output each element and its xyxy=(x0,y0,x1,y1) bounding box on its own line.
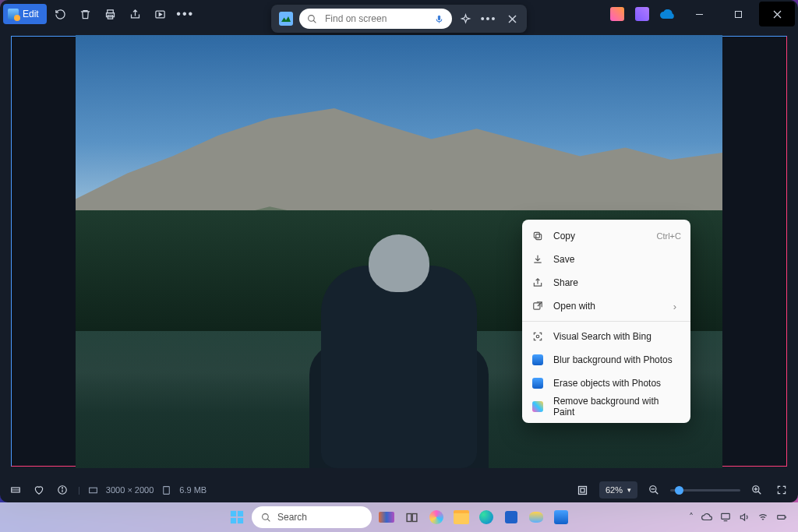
context-menu-separator xyxy=(522,321,690,322)
edit-image-icon xyxy=(8,9,19,19)
taskbar-edge-icon[interactable] xyxy=(476,507,496,527)
fullscreen-button[interactable] xyxy=(773,481,790,499)
photos-app-icon xyxy=(531,377,544,389)
close-button[interactable] xyxy=(759,2,795,26)
context-menu-save[interactable]: Save xyxy=(522,248,690,271)
find-on-screen-search[interactable] xyxy=(299,9,452,29)
svg-rect-14 xyxy=(534,232,539,238)
zoom-in-button[interactable] xyxy=(748,481,765,499)
svg-point-8 xyxy=(309,15,315,21)
zoom-out-button[interactable] xyxy=(645,481,662,499)
find-on-screen-input[interactable] xyxy=(323,12,428,25)
context-menu-label: Share xyxy=(553,277,681,288)
svg-rect-22 xyxy=(89,488,97,493)
save-icon xyxy=(531,253,544,266)
close-find-bar-button[interactable] xyxy=(502,9,522,29)
context-menu-label: Remove background with Paint xyxy=(553,396,681,417)
rotate-button[interactable] xyxy=(50,3,72,25)
search-icon xyxy=(307,14,317,24)
zoom-slider[interactable] xyxy=(670,489,740,491)
zoom-level-dropdown[interactable]: 62% ▾ xyxy=(599,481,637,499)
maximize-button[interactable] xyxy=(720,2,756,26)
status-bar: | 3000 × 2000 6.9 MB 62% ▾ xyxy=(0,477,798,502)
taskbar-taskview-icon[interactable] xyxy=(401,507,422,527)
dimensions-icon xyxy=(88,485,98,495)
svg-rect-39 xyxy=(407,513,411,521)
zoom-slider-thumb[interactable] xyxy=(675,486,683,495)
tray-wifi-icon[interactable] xyxy=(757,512,768,523)
context-menu-shortcut: Ctrl+C xyxy=(657,231,681,241)
context-menu-visual-search[interactable]: Visual Search with Bing xyxy=(522,325,690,348)
svg-rect-34 xyxy=(238,511,243,516)
taskbar-store-icon[interactable] xyxy=(501,507,521,527)
share-icon xyxy=(531,277,544,289)
minimize-button[interactable] xyxy=(681,2,717,26)
context-menu-label: Copy xyxy=(553,231,648,241)
context-menu-erase-objects[interactable]: Erase objects with Photos xyxy=(522,372,690,395)
svg-line-27 xyxy=(655,491,659,495)
tray-volume-icon[interactable] xyxy=(739,512,750,523)
favorite-button[interactable] xyxy=(31,482,47,498)
photos-app-window: Edit ••• xyxy=(0,0,798,502)
context-menu-label: Save xyxy=(553,254,681,265)
chevron-right-icon: › xyxy=(669,300,681,312)
svg-rect-40 xyxy=(412,513,417,521)
onedrive-icon[interactable] xyxy=(656,3,678,25)
delete-button[interactable] xyxy=(75,3,97,25)
more-icon[interactable]: ••• xyxy=(478,9,499,29)
context-menu-label: Erase objects with Photos xyxy=(553,378,681,389)
visual-search-icon xyxy=(531,330,544,343)
svg-line-9 xyxy=(313,20,316,23)
svg-point-21 xyxy=(62,488,63,488)
context-menu-copy[interactable]: Copy Ctrl+C xyxy=(522,224,690,248)
svg-point-37 xyxy=(263,513,269,520)
svg-rect-33 xyxy=(231,511,236,516)
context-menu: Copy Ctrl+C Save Share Open with › Visua… xyxy=(522,220,690,423)
designer-icon[interactable] xyxy=(631,3,653,25)
context-menu-label: Visual Search with Bing xyxy=(553,331,681,342)
clipchamp-icon[interactable] xyxy=(606,3,628,25)
taskbar-explorer-icon[interactable] xyxy=(451,507,471,527)
filmstrip-toggle-button[interactable] xyxy=(8,482,23,498)
taskbar-copilot-icon[interactable] xyxy=(426,507,447,527)
edit-button[interactable]: Edit xyxy=(3,4,47,24)
context-menu-remove-background[interactable]: Remove background with Paint xyxy=(522,395,690,418)
svg-rect-41 xyxy=(722,513,730,519)
start-button[interactable] xyxy=(227,507,247,527)
context-menu-share[interactable]: Share xyxy=(522,271,690,294)
taskbar-weather-icon[interactable] xyxy=(526,507,546,527)
screen-snip-icon[interactable] xyxy=(276,9,296,29)
context-menu-blur-background[interactable]: Blur background with Photos xyxy=(522,348,690,372)
tray-battery-icon[interactable] xyxy=(776,512,787,523)
windows-taskbar: Search ˄ xyxy=(0,502,798,532)
svg-line-38 xyxy=(267,519,270,521)
svg-rect-25 xyxy=(581,488,584,492)
context-menu-open-with[interactable]: Open with › xyxy=(522,294,690,318)
taskbar-center: Search xyxy=(227,506,571,528)
tray-chevron-icon[interactable]: ˄ xyxy=(689,512,694,523)
mic-icon[interactable] xyxy=(434,14,444,24)
taskbar-search[interactable]: Search xyxy=(252,506,372,528)
search-icon xyxy=(261,513,271,523)
share-button[interactable] xyxy=(125,3,147,25)
actual-size-button[interactable] xyxy=(574,481,591,499)
svg-rect-10 xyxy=(438,15,440,20)
more-button[interactable]: ••• xyxy=(175,3,196,25)
context-menu-label: Open with xyxy=(553,301,659,312)
svg-line-30 xyxy=(758,491,761,495)
info-button[interactable] xyxy=(55,482,70,498)
svg-point-16 xyxy=(536,335,539,338)
copilot-icon[interactable] xyxy=(455,9,475,29)
zoom-level-value: 62% xyxy=(606,485,623,495)
print-button[interactable] xyxy=(100,3,122,25)
tray-network-icon[interactable] xyxy=(720,512,731,523)
edit-button-label: Edit xyxy=(23,9,39,19)
svg-rect-35 xyxy=(231,518,236,523)
taskbar-search-label: Search xyxy=(277,512,307,523)
tray-onedrive-icon[interactable] xyxy=(701,512,712,523)
taskbar-news-icon[interactable] xyxy=(376,507,397,527)
slideshow-button[interactable] xyxy=(150,3,171,25)
taskbar-photos-icon[interactable] xyxy=(551,507,571,527)
context-menu-label: Blur background with Photos xyxy=(553,354,681,365)
copy-icon xyxy=(531,230,544,242)
